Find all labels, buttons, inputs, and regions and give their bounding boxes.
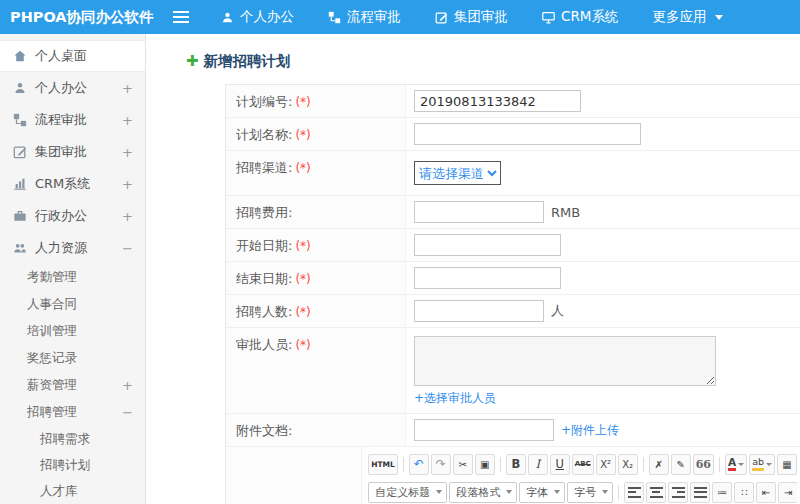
subscript-button[interactable]: X₂ xyxy=(618,454,638,475)
nav-more-apps[interactable]: 更多应用 xyxy=(635,0,740,34)
align-right-button[interactable] xyxy=(668,482,688,503)
redo-button[interactable]: ↷ xyxy=(431,454,451,475)
expand-minus[interactable]: − xyxy=(122,405,133,420)
edit-icon xyxy=(12,145,27,160)
channel-select[interactable]: 请选择渠道 xyxy=(414,161,501,185)
sidebar: 个人桌面 个人办公 + 流程审批 + 集团审批 + xyxy=(0,34,146,504)
ordered-list-button[interactable]: ≔ xyxy=(712,482,732,503)
attachment-label: 附件文档: xyxy=(226,414,406,446)
required-mark: (*) xyxy=(295,239,310,253)
sidebar-item-recruit-mgmt[interactable]: 招聘管理 − xyxy=(0,399,145,426)
toolbar-separator xyxy=(500,457,501,472)
expand-plus[interactable]: + xyxy=(122,378,133,393)
sidebar-item-salary[interactable]: 薪资管理 + xyxy=(0,372,145,399)
expand-plus[interactable]: + xyxy=(122,81,133,96)
headcount-input[interactable] xyxy=(414,300,544,322)
plan-no-input[interactable] xyxy=(414,90,581,112)
approver-textarea[interactable] xyxy=(414,336,716,386)
people-icon xyxy=(12,241,27,256)
attachment-input[interactable] xyxy=(414,419,554,441)
nav-crm-system[interactable]: CRM系统 xyxy=(525,0,635,34)
sidebar-item-hr-contract[interactable]: 人事合同 xyxy=(0,291,145,318)
sidebar-item-label: 行政办公 xyxy=(35,207,87,225)
editor-toolbar-row-2: 自定义标题 段落格式 字体 字号 xyxy=(368,479,797,504)
start-date-input[interactable] xyxy=(414,234,561,256)
sidebar-item-recruit-demand[interactable]: 招聘需求 xyxy=(0,426,145,452)
heading-select[interactable]: 自定义标题 xyxy=(368,482,447,503)
required-mark: (*) xyxy=(295,128,310,142)
insert-table-button[interactable]: ▦ xyxy=(777,454,797,475)
source-code-button[interactable]: HTML xyxy=(368,454,398,475)
nav-label: 集团审批 xyxy=(454,8,508,26)
fee-input[interactable] xyxy=(414,201,544,223)
align-justify-button[interactable] xyxy=(690,482,710,503)
strikethrough-button[interactable]: ABC xyxy=(572,454,594,475)
sidebar-item-training[interactable]: 培训管理 xyxy=(0,318,145,345)
top-nav: 个人办公 流程审批 集团审批 CRM系统 更多应用 xyxy=(204,0,740,34)
nav-personal-office[interactable]: 个人办公 xyxy=(204,0,311,34)
format-brush-button[interactable]: ✎ xyxy=(671,454,691,475)
expand-minus[interactable]: − xyxy=(122,241,133,256)
superscript-button[interactable]: X² xyxy=(596,454,616,475)
indent-button[interactable]: ⇥ xyxy=(778,482,797,503)
end-date-input[interactable] xyxy=(414,267,561,289)
highlight-color-button[interactable]: ab xyxy=(749,454,775,475)
italic-button[interactable]: I xyxy=(528,454,548,475)
align-center-button[interactable] xyxy=(646,482,666,503)
bold-button[interactable]: B xyxy=(506,454,526,475)
expand-plus[interactable]: + xyxy=(122,113,133,128)
required-mark: (*) xyxy=(295,338,310,352)
sidebar-item-process-approval[interactable]: 流程审批 + xyxy=(0,104,145,136)
sidebar-item-hr[interactable]: 人力资源 − xyxy=(0,232,145,264)
headcount-unit: 人 xyxy=(551,302,564,320)
font-size-select[interactable]: 字号 xyxy=(567,482,613,503)
cut-button[interactable]: ✂ xyxy=(453,454,473,475)
expand-plus[interactable]: + xyxy=(122,177,133,192)
sidebar-item-label: 招聘管理 xyxy=(27,404,77,421)
align-left-button[interactable] xyxy=(624,482,644,503)
attachment-upload-link[interactable]: +附件上传 xyxy=(561,422,619,439)
expand-plus[interactable]: + xyxy=(122,145,133,160)
plan-name-input[interactable] xyxy=(414,123,641,145)
nav-group-approval[interactable]: 集团审批 xyxy=(418,0,525,34)
required-mark: (*) xyxy=(295,95,310,109)
page-title-text: 新增招聘计划 xyxy=(204,52,291,71)
toolbar-separator xyxy=(618,485,619,500)
sidebar-item-personal-desktop[interactable]: 个人桌面 xyxy=(0,40,145,72)
sidebar-item-label: 招聘计划 xyxy=(40,457,90,474)
font-family-select[interactable]: 字体 xyxy=(519,482,565,503)
sidebar-item-attendance[interactable]: 考勤管理 xyxy=(0,264,145,291)
sidebar-item-label: 流程审批 xyxy=(35,111,87,129)
flow-icon xyxy=(328,11,341,24)
sidebar-item-label: 奖惩记录 xyxy=(27,350,77,367)
briefcase-icon xyxy=(12,209,27,224)
underline-button[interactable]: U xyxy=(550,454,570,475)
sidebar-item-rewards[interactable]: 奖惩记录 xyxy=(0,345,145,372)
unordered-list-button[interactable]: ∷ xyxy=(734,482,754,503)
editor-toolbar-row-1: HTML ↶ ↷ ✂ ▣ B I U ABC X² X₂ xyxy=(368,451,797,477)
toolbar-separator xyxy=(643,457,644,472)
sidebar-item-recruit-plan[interactable]: 招聘计划 xyxy=(0,452,145,478)
undo-button[interactable]: ↶ xyxy=(409,454,429,475)
fee-label: 招聘费用: xyxy=(226,196,406,228)
sidebar-item-admin-office[interactable]: 行政办公 + xyxy=(0,200,145,232)
sidebar-item-crm-system[interactable]: CRM系统 + xyxy=(0,168,145,200)
menu-toggle-button[interactable] xyxy=(158,0,204,34)
form-row-plan-no: 计划编号:(*) xyxy=(226,85,800,118)
choose-approver-link[interactable]: +选择审批人员 xyxy=(414,390,496,407)
paste-button[interactable]: ▣ xyxy=(475,454,495,475)
remove-format-button[interactable]: ✗ xyxy=(649,454,669,475)
paragraph-format-select[interactable]: 段落格式 xyxy=(449,482,517,503)
expand-plus[interactable]: + xyxy=(122,209,133,224)
bar-chart-icon xyxy=(12,177,27,192)
sidebar-item-group-approval[interactable]: 集团审批 + xyxy=(0,136,145,168)
app-logo[interactable]: PHPOA协同办公软件 xyxy=(0,8,158,27)
monitor-icon xyxy=(542,11,555,24)
sidebar-item-personal-office[interactable]: 个人办公 + xyxy=(0,72,145,104)
font-color-button[interactable]: A xyxy=(725,454,747,475)
nav-process-approval[interactable]: 流程审批 xyxy=(311,0,418,34)
align-justify-icon xyxy=(694,487,707,498)
blockquote-button[interactable]: 66 xyxy=(693,454,714,475)
sidebar-item-talent-pool[interactable]: 人才库 xyxy=(0,478,145,504)
outdent-button[interactable]: ⇤ xyxy=(756,482,776,503)
